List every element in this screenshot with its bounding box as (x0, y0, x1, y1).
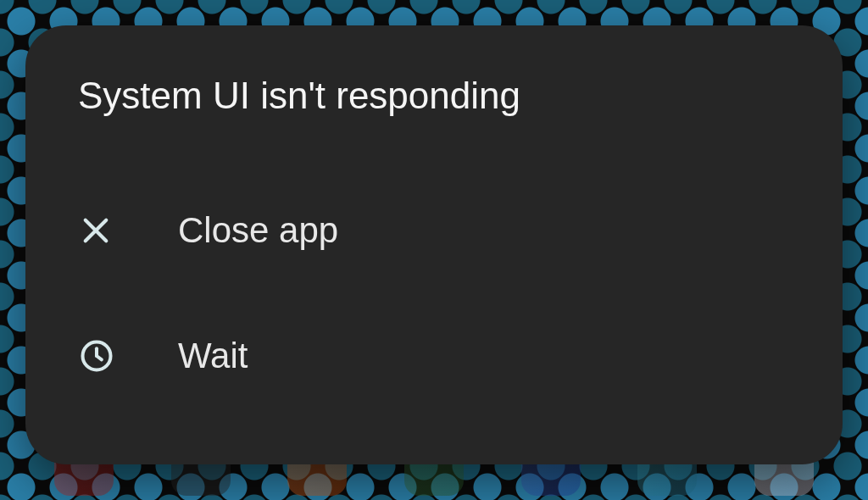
close-icon (78, 213, 163, 248)
option-label: Wait (163, 336, 248, 376)
dialog-title: System UI isn't responding (68, 75, 800, 117)
wait-option[interactable]: Wait (68, 312, 800, 400)
option-label: Close app (163, 210, 338, 251)
svg-line-4 (97, 356, 102, 359)
close-app-option[interactable]: Close app (68, 186, 800, 275)
clock-icon (78, 337, 163, 375)
anr-dialog: System UI isn't responding Close app Wai… (25, 25, 843, 464)
